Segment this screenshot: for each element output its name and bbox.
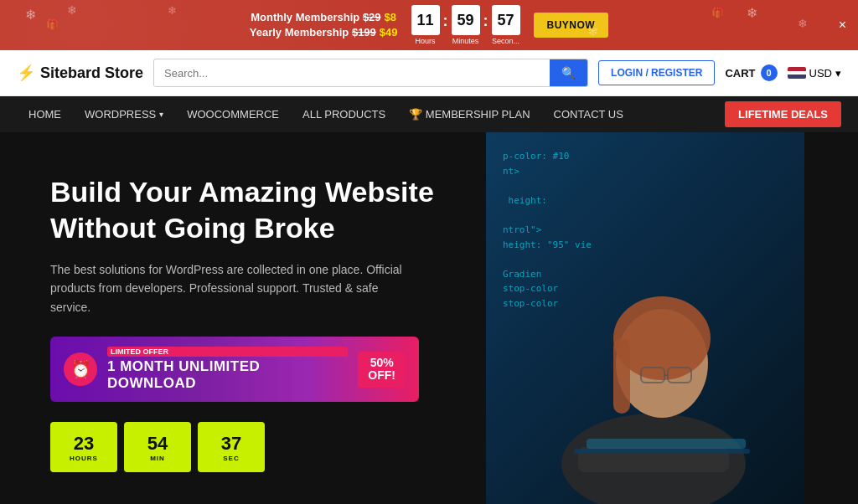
yearly-sale: $49 — [380, 26, 398, 39]
hero-image: p-color: #10 nt> height: ntrol"> height:… — [486, 132, 804, 504]
hero-subtitle: The best solutions for WordPress are col… — [50, 260, 411, 316]
snowflake-deco-4: ❄ — [798, 17, 808, 30]
snowflake-deco-5: ❄ — [168, 4, 177, 17]
search-input[interactable] — [154, 60, 550, 86]
hero-seconds-value: 37 — [221, 433, 241, 455]
snowflake-deco-2: ❄ — [67, 3, 77, 17]
lifetime-deals-button[interactable]: LIFETIME DEALS — [725, 101, 841, 127]
promo-main-text: 1 MONTH UNLIMITED DOWNLOAD — [107, 358, 348, 392]
main-nav: HOME WORDPRESS ▾ WOOCOMMERCE ALL PRODUCT… — [0, 96, 858, 132]
login-register-button[interactable]: LOGIN / REGISTER — [598, 60, 715, 85]
minutes-box: 59 — [452, 5, 480, 35]
hero-seconds-box: 37 SEC — [198, 422, 265, 472]
nav-item-all-products[interactable]: ALL PRODUCTS — [291, 96, 397, 132]
hero-content: Build Your Amazing Website Without Going… — [0, 132, 486, 504]
seconds-label: Secon... — [492, 37, 519, 45]
svg-rect-4 — [613, 338, 630, 414]
nav-item-wordpress[interactable]: WORDPRESS ▾ — [73, 96, 175, 132]
minutes-label: Minutes — [452, 37, 479, 45]
search-button[interactable]: 🔍 — [550, 59, 587, 86]
logo-icon: ⚡ — [17, 64, 35, 82]
hero-countdown: 23 HOURS 54 MIN 37 SEC — [50, 422, 452, 472]
close-banner-button[interactable]: × — [839, 18, 846, 33]
yearly-original: $199 — [352, 26, 376, 39]
nav-item-home[interactable]: HOME — [17, 96, 73, 132]
colon-1: : — [443, 13, 448, 39]
monthly-label: Monthly Membership — [251, 11, 363, 23]
logo-text: Sitebard Store — [40, 64, 143, 82]
wordpress-chevron-icon: ▾ — [159, 110, 163, 119]
yearly-label: Yearly Membership — [250, 26, 352, 39]
hero-section: Build Your Amazing Website Without Going… — [0, 132, 858, 504]
nav-item-woocommerce[interactable]: WOOCOMMERCE — [175, 96, 291, 132]
cart-button[interactable]: CART 0 — [725, 64, 777, 81]
hero-image-mock: p-color: #10 nt> height: ntrol"> height:… — [486, 132, 804, 504]
promo-limited-label: LIMITED OFFER — [107, 347, 348, 357]
currency-selector[interactable]: USD ▾ — [788, 67, 841, 80]
search-bar: 🔍 — [153, 59, 588, 87]
hero-hours-value: 23 — [74, 433, 94, 455]
currency-chevron-icon: ▾ — [835, 67, 841, 80]
gift-deco-2: 🎁 — [711, 7, 724, 18]
hero-minutes-value: 54 — [147, 433, 168, 455]
banner-offer-text: Monthly Membership $29$8 Yearly Membersh… — [250, 10, 398, 40]
logo[interactable]: ⚡ Sitebard Store — [17, 64, 143, 82]
promo-off: OFF! — [368, 369, 395, 382]
colon-2: : — [483, 13, 488, 39]
us-flag-icon — [788, 67, 806, 79]
hours-box: 11 — [411, 5, 440, 35]
hero-hours-box: 23 HOURS — [50, 422, 117, 472]
hero-minutes-label: MIN — [150, 455, 165, 462]
nav-item-membership[interactable]: 🏆 MEMBERSHIP PLAN — [397, 96, 541, 132]
currency-label: USD — [809, 67, 832, 80]
snowflake-deco-6: ❄ — [587, 23, 598, 39]
person-illustration — [486, 221, 804, 504]
alarm-icon: ⏰ — [64, 352, 97, 386]
promo-banner[interactable]: ⏰ LIMITED OFFER 1 MONTH UNLIMITED DOWNLO… — [50, 337, 419, 402]
snowflake-deco-1: ❄ — [25, 7, 36, 23]
promo-text-wrap: LIMITED OFFER 1 MONTH UNLIMITED DOWNLOAD — [107, 347, 348, 392]
cart-count: 0 — [761, 64, 778, 81]
minutes-unit: 59 Minutes — [452, 5, 480, 45]
promo-discount-badge: 50% OFF! — [358, 352, 406, 388]
monthly-sale: $8 — [385, 11, 396, 23]
hours-label: Hours — [416, 37, 436, 45]
top-countdown: 11 Hours : 59 Minutes : 57 Secon... — [411, 5, 520, 45]
hours-unit: 11 Hours — [411, 5, 440, 45]
seconds-box: 57 — [492, 5, 520, 35]
top-banner: ❄ ❄ 🎁 ❄ ❄ 🎁 ❄ ❄ Monthly Membership $29$8… — [0, 0, 858, 50]
hero-minutes-box: 54 MIN — [124, 422, 191, 472]
promo-percent: 50% — [370, 357, 394, 369]
monthly-original: $29 — [363, 11, 381, 23]
hero-title: Build Your Amazing Website Without Going… — [50, 174, 452, 245]
gift-deco-1: 🎁 — [46, 18, 59, 30]
cart-label: CART — [725, 67, 755, 80]
nav-item-contact[interactable]: CONTACT US — [542, 96, 635, 132]
site-header: ⚡ Sitebard Store 🔍 LOGIN / REGISTER CART… — [0, 50, 858, 96]
snowflake-deco-3: ❄ — [747, 5, 757, 21]
hero-hours-label: HOURS — [70, 455, 98, 462]
svg-rect-8 — [587, 439, 746, 449]
hero-seconds-label: SEC — [223, 455, 239, 462]
svg-rect-9 — [574, 449, 750, 454]
seconds-unit: 57 Secon... — [492, 5, 520, 45]
